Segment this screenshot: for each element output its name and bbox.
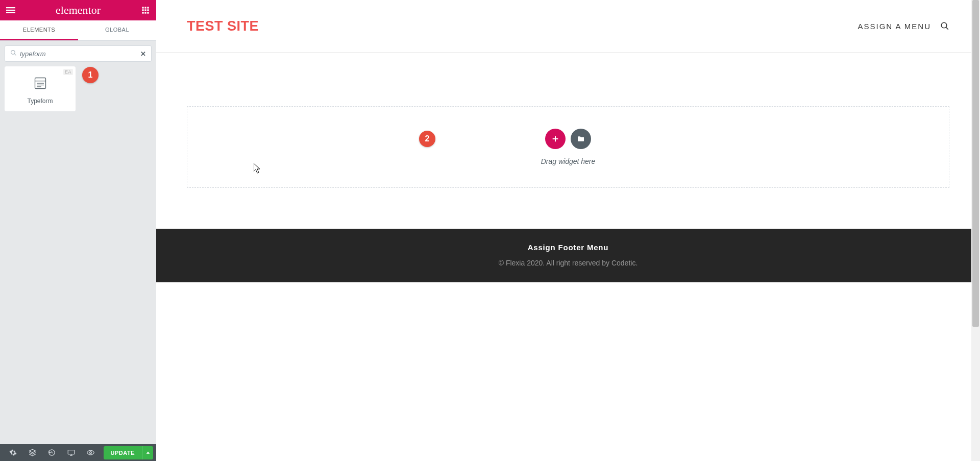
history-icon[interactable] [42, 444, 61, 461]
update-options-caret-icon[interactable] [142, 446, 153, 459]
site-header: TEST SITE ASSIGN A MENU [156, 0, 980, 53]
widget-typeform[interactable]: EA Typeform [5, 66, 76, 111]
svg-rect-4 [144, 7, 146, 8]
menu-hamburger-icon[interactable] [5, 5, 16, 16]
svg-rect-6 [142, 9, 143, 11]
svg-rect-9 [142, 12, 143, 13]
svg-point-12 [11, 51, 15, 55]
svg-line-26 [946, 28, 948, 30]
svg-rect-3 [142, 7, 143, 8]
brand-logo: elementor [56, 4, 101, 17]
search-wrap: ✕ [0, 41, 156, 66]
svg-rect-11 [147, 12, 149, 13]
tab-elements[interactable]: ELEMENTS [0, 20, 78, 40]
update-button[interactable]: UPDATE [104, 446, 142, 459]
nav-search-icon[interactable] [940, 21, 949, 31]
responsive-desktop-icon[interactable] [61, 444, 81, 461]
update-button-group: UPDATE [104, 446, 153, 459]
section-dropzone[interactable]: Drag widget here [187, 106, 949, 188]
dropzone-buttons [545, 129, 591, 149]
content-area: Drag widget here [156, 53, 980, 229]
widgets-list: EA Typeform [0, 66, 156, 111]
footer-copyright: © Flexia 2020. All right reserved by Cod… [156, 259, 980, 267]
svg-point-23 [89, 452, 91, 454]
svg-point-25 [941, 22, 947, 28]
navigator-layers-icon[interactable] [22, 444, 42, 461]
dropzone-hint: Drag widget here [541, 157, 596, 165]
elementor-sidebar: elementor ELEMENTS GLOBAL ✕ EA Typeform [0, 0, 156, 461]
clear-search-icon[interactable]: ✕ [140, 50, 146, 58]
preview-eye-icon[interactable] [81, 444, 100, 461]
svg-rect-1 [6, 10, 15, 11]
svg-rect-28 [553, 138, 558, 139]
widget-search-input[interactable] [17, 50, 140, 58]
nav-assign-menu[interactable]: ASSIGN A MENU [857, 22, 931, 31]
sidebar-footer: UPDATE [0, 444, 156, 461]
apps-grid-icon[interactable] [140, 5, 151, 16]
svg-marker-19 [29, 449, 36, 452]
tab-global[interactable]: GLOBAL [78, 20, 156, 40]
site-footer: Assign Footer Menu © Flexia 2020. All ri… [156, 229, 980, 282]
widget-badge: EA [63, 69, 73, 75]
vertical-scrollbar[interactable] [971, 0, 980, 461]
svg-line-13 [14, 54, 16, 55]
settings-gear-icon[interactable] [3, 444, 22, 461]
editor-canvas: TEST SITE ASSIGN A MENU Drag widget here… [156, 0, 980, 461]
site-title[interactable]: TEST SITE [187, 18, 259, 34]
widget-search-box: ✕ [5, 45, 152, 62]
scrollbar-thumb[interactable] [972, 0, 979, 327]
site-nav: ASSIGN A MENU [857, 21, 949, 31]
search-icon [10, 49, 17, 58]
svg-rect-7 [144, 9, 146, 11]
cursor-pointer-icon [254, 163, 262, 176]
widget-label: Typeform [27, 98, 53, 105]
annotation-marker-1: 1 [82, 67, 99, 83]
form-icon [33, 76, 47, 90]
footer-menu-title[interactable]: Assign Footer Menu [156, 243, 980, 252]
svg-rect-20 [68, 450, 75, 454]
add-section-button[interactable] [545, 129, 566, 149]
template-folder-button[interactable] [571, 129, 591, 149]
svg-rect-0 [6, 7, 15, 8]
svg-rect-10 [144, 12, 146, 13]
svg-rect-5 [147, 7, 149, 8]
svg-rect-2 [6, 12, 15, 13]
sidebar-tabs: ELEMENTS GLOBAL [0, 20, 156, 41]
annotation-marker-2: 2 [419, 131, 435, 147]
svg-rect-8 [147, 9, 149, 11]
svg-marker-24 [146, 451, 150, 453]
sidebar-header: elementor [0, 0, 156, 20]
